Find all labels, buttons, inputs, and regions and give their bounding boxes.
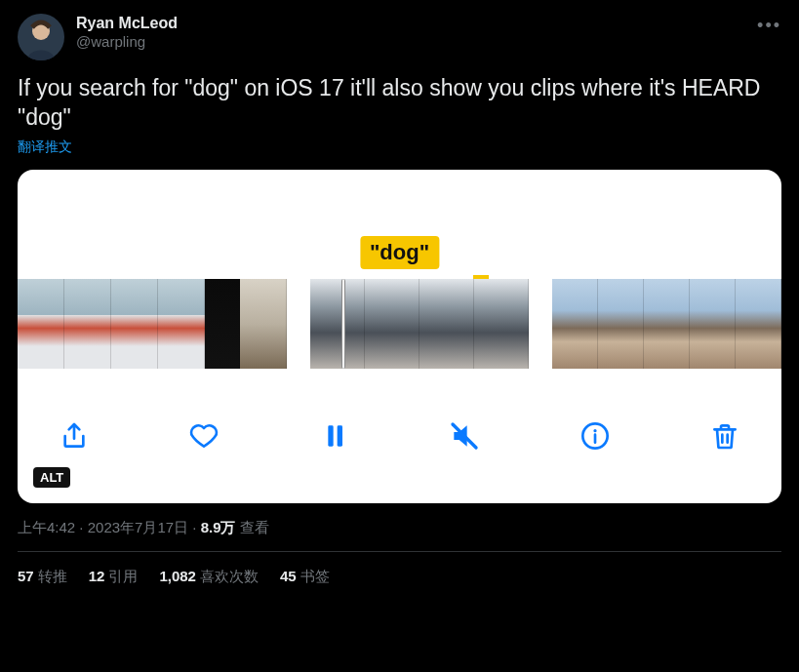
retweet-label: 转推 <box>38 568 67 584</box>
search-token-label: "dog" <box>360 236 439 269</box>
quote-label: 引用 <box>108 568 138 584</box>
bookmark-count: 45 <box>280 568 297 584</box>
author-names: Ryan McLeod @warpling <box>76 14 178 52</box>
mute-icon[interactable] <box>447 418 482 454</box>
retweets[interactable]: 57转推 <box>18 568 67 586</box>
views-label: 查看 <box>236 519 269 535</box>
translate-link[interactable]: 翻译推文 <box>18 138 781 156</box>
film-frame <box>111 279 158 369</box>
quotes[interactable]: 12引用 <box>89 568 139 586</box>
separator: · <box>188 519 201 535</box>
separator: · <box>75 519 88 535</box>
info-icon[interactable] <box>578 418 613 454</box>
tweet-header: Ryan McLeod @warpling ••• <box>18 14 781 60</box>
handle[interactable]: @warpling <box>76 33 178 52</box>
film-frame <box>474 279 529 369</box>
tweet-text: If you search for "dog" on iOS 17 it'll … <box>18 74 781 133</box>
display-name[interactable]: Ryan McLeod <box>76 14 178 33</box>
film-frame <box>690 279 736 369</box>
film-frame <box>240 279 287 369</box>
film-frame <box>552 279 598 369</box>
quote-count: 12 <box>89 568 105 584</box>
film-frame <box>64 279 111 369</box>
clip-group-1 <box>18 279 287 369</box>
film-frame <box>365 279 419 369</box>
film-frame <box>419 279 474 369</box>
share-icon[interactable] <box>57 418 92 454</box>
film-frame <box>644 279 690 369</box>
film-frame <box>736 279 781 369</box>
media-attachment[interactable]: "dog" <box>18 170 781 503</box>
match-marker <box>473 275 489 279</box>
clip-group-3 <box>552 279 781 369</box>
timestamp-date[interactable]: 2023年7月17日 <box>88 519 188 535</box>
pause-icon[interactable] <box>317 418 352 454</box>
svg-point-6 <box>593 429 596 432</box>
tweet-container: Ryan McLeod @warpling ••• If you search … <box>0 0 799 602</box>
trash-icon[interactable] <box>707 418 742 454</box>
heart-icon[interactable] <box>186 418 221 454</box>
playhead[interactable] <box>341 279 345 369</box>
view-count: 8.9万 <box>201 519 236 535</box>
film-frame <box>310 279 365 369</box>
film-frame <box>205 279 240 369</box>
retweet-count: 57 <box>18 568 34 584</box>
like-count: 1,082 <box>159 568 196 584</box>
timestamp-time[interactable]: 上午4:42 <box>18 519 75 535</box>
media-top-area: "dog" <box>18 170 781 279</box>
tweet-meta: 上午4:42 · 2023年7月17日 · 8.9万 查看 <box>18 519 781 537</box>
engagement-row: 57转推 12引用 1,082喜欢次数 45书签 <box>18 552 781 602</box>
film-frame <box>18 279 64 369</box>
film-frame <box>158 279 205 369</box>
film-frame <box>598 279 644 369</box>
more-options-icon[interactable]: ••• <box>757 14 781 36</box>
like-label: 喜欢次数 <box>200 568 259 584</box>
likes[interactable]: 1,082喜欢次数 <box>159 568 259 586</box>
video-toolbar <box>18 369 781 503</box>
bookmarks[interactable]: 45书签 <box>280 568 330 586</box>
video-scrubber-filmstrip[interactable] <box>18 279 781 369</box>
svg-rect-3 <box>337 425 341 446</box>
svg-rect-2 <box>328 425 333 446</box>
avatar[interactable] <box>18 14 64 60</box>
bookmark-label: 书签 <box>300 568 330 584</box>
alt-badge[interactable]: ALT <box>33 467 70 488</box>
